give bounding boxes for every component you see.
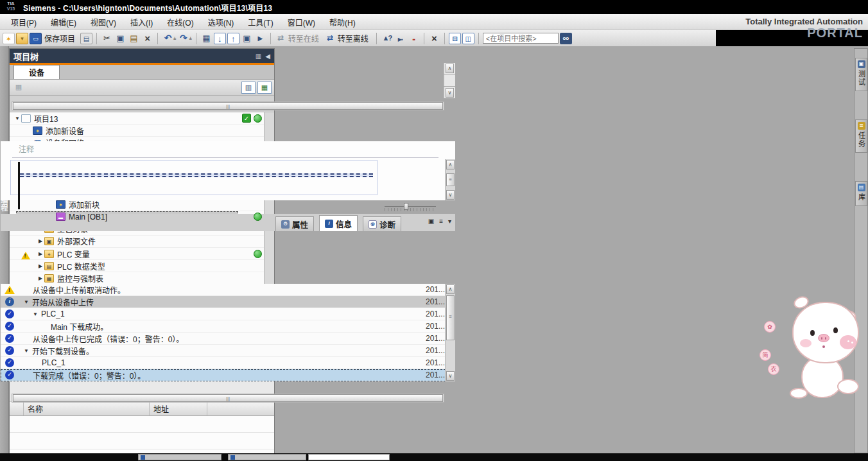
- tree-item-plc-data-types[interactable]: ▤ PLC 数据类型: [10, 260, 274, 272]
- scroll-down-icon[interactable]: ∨: [446, 190, 455, 200]
- message-row[interactable]: Main 下载成功。 201...: [1, 320, 455, 333]
- download-to-device-icon[interactable]: [214, 33, 226, 44]
- menu-options[interactable]: 选项(N): [201, 15, 241, 30]
- scroll-up-icon[interactable]: ∧: [446, 64, 454, 73]
- bottom-tab-devices[interactable]: [228, 454, 306, 460]
- tree-item-add-new-device[interactable]: 添加新设备: [10, 125, 274, 137]
- start-runtime-icon[interactable]: [254, 33, 266, 44]
- print-icon[interactable]: [80, 33, 92, 44]
- delete-icon[interactable]: [141, 33, 153, 44]
- stop-simulation-icon[interactable]: [408, 33, 420, 44]
- interface-horizontal-scrollbar[interactable]: ❮ ||| ❯: [1, 100, 455, 111]
- pet-badge-clothes[interactable]: 衣: [768, 363, 779, 375]
- upload-from-device-icon[interactable]: [227, 33, 239, 44]
- collapse-panel-icon[interactable]: ◀: [265, 53, 270, 60]
- sort-icon[interactable]: [12, 82, 25, 93]
- expand-icon[interactable]: [37, 263, 44, 269]
- tree-item-project[interactable]: 项目13: [10, 112, 274, 125]
- message-row[interactable]: 从设备中上传已完成（错误：0；警告：0）。 201...: [1, 333, 455, 345]
- network-comment-zone[interactable]: 注释: [1, 141, 455, 159]
- close-icon[interactable]: [428, 33, 440, 44]
- diagram-view-icon[interactable]: [257, 82, 272, 94]
- message-row[interactable]: 开始下载到设备。 201...: [1, 345, 455, 357]
- go-online-icon[interactable]: [275, 33, 287, 44]
- open-project-icon[interactable]: [16, 33, 28, 44]
- expand-icon[interactable]: [37, 275, 44, 281]
- canvas-vertical-scrollbar[interactable]: ∧ ≡ ∨: [445, 159, 455, 200]
- bottom-tab-overview[interactable]: [138, 454, 221, 460]
- split-vertical-icon[interactable]: [462, 33, 474, 44]
- save-project-button[interactable]: 保存项目: [44, 33, 75, 44]
- split-horizontal-icon[interactable]: [449, 33, 461, 44]
- message-row[interactable]: 从设备中上传前取消动作。 201...: [1, 284, 455, 296]
- float-icon[interactable]: ▣: [428, 218, 434, 225]
- scroll-down-icon[interactable]: ∨: [446, 371, 455, 381]
- expand-icon[interactable]: [24, 348, 29, 354]
- compile-icon[interactable]: [200, 33, 213, 44]
- scroll-up-icon[interactable]: ∧: [446, 160, 455, 170]
- cut-icon[interactable]: [101, 33, 113, 44]
- pet-badge-flower[interactable]: ✿: [764, 321, 776, 333]
- message-row[interactable]: 开始从设备中上传 201...: [1, 296, 455, 308]
- message-row[interactable]: PLC_1 201...: [1, 308, 455, 320]
- menu-help[interactable]: 帮助(H): [322, 15, 363, 30]
- zoom-slider[interactable]: [385, 203, 436, 212]
- collapse-icon[interactable]: ▾: [448, 218, 451, 225]
- status-ok-icon: [254, 213, 262, 221]
- message-vertical-scrollbar[interactable]: ∧ ≡ ∨: [445, 284, 455, 381]
- message-row[interactable]: PLC_1 201...: [1, 357, 455, 369]
- start-cpu-icon[interactable]: [241, 33, 253, 44]
- task-card-libraries[interactable]: ▤ 库: [855, 181, 867, 206]
- go-online-button[interactable]: 转至在线: [288, 33, 319, 44]
- selected-rung[interactable]: [20, 173, 373, 177]
- slider-thumb[interactable]: [404, 203, 408, 210]
- ladder-canvas[interactable]: ∧ ≡ ∨: [1, 159, 455, 200]
- tree-item-watch-force-tables[interactable]: ▦ 监控与强制表: [10, 272, 274, 284]
- undo-icon[interactable]: [162, 33, 174, 44]
- bottom-tab-active-editor[interactable]: [308, 454, 390, 460]
- redo-icon[interactable]: [177, 33, 189, 44]
- search-binoculars-icon[interactable]: [560, 33, 572, 44]
- tab-diagnostics[interactable]: 诊断: [363, 216, 401, 231]
- menu-edit[interactable]: 编辑(E): [44, 15, 83, 30]
- tab-devices[interactable]: 设备: [13, 65, 60, 79]
- expand-icon[interactable]: [24, 299, 29, 305]
- menu-view[interactable]: 视图(V): [83, 15, 123, 30]
- expand-icon[interactable]: [37, 251, 44, 257]
- message-row-selected[interactable]: 下载完成（错误：0；警告：0）。 201...: [1, 369, 455, 381]
- start-simulation-icon[interactable]: [394, 33, 406, 44]
- new-project-icon[interactable]: [3, 33, 15, 44]
- tree-item-external-sources[interactable]: ▣ 外部源文件: [10, 236, 274, 248]
- task-card-tasks[interactable]: ≣ 任务: [855, 119, 867, 153]
- go-offline-icon[interactable]: [324, 33, 336, 44]
- menu-window[interactable]: 窗口(W): [281, 15, 322, 30]
- menu-project[interactable]: 项目(P): [4, 15, 44, 30]
- scroll-down-icon[interactable]: ∨: [446, 88, 454, 98]
- save-project-icon[interactable]: [30, 33, 42, 44]
- desktop-pet-pig[interactable]: [788, 297, 868, 408]
- scroll-up-icon[interactable]: ∧: [446, 284, 455, 294]
- pet-badge-jian[interactable]: 简: [759, 349, 771, 361]
- expand-icon[interactable]: [33, 311, 38, 317]
- tab-properties[interactable]: 属性: [275, 216, 314, 231]
- copy-icon[interactable]: [114, 33, 126, 44]
- project-search-input[interactable]: [483, 33, 559, 44]
- panel-options-icon[interactable]: ▥: [256, 53, 261, 60]
- tree-item-add-new-block[interactable]: 添加新块: [10, 198, 274, 211]
- go-offline-button[interactable]: 转至离线: [338, 33, 369, 44]
- online-diagnostics-icon[interactable]: [381, 33, 393, 44]
- expand-icon[interactable]: [37, 238, 44, 244]
- add-device-icon: [33, 126, 42, 135]
- message-horizontal-scrollbar[interactable]: ❮ ||| ❯: [1, 393, 455, 403]
- menu-online[interactable]: 在线(O): [160, 15, 200, 30]
- warning-icon: [4, 286, 15, 294]
- menu-icon[interactable]: ≡: [439, 218, 443, 225]
- task-card-testing[interactable]: ▣ 测试: [855, 58, 867, 91]
- paste-icon[interactable]: [128, 33, 140, 44]
- tab-info[interactable]: 信息: [319, 215, 358, 231]
- expand-icon[interactable]: [13, 116, 21, 121]
- menu-insert[interactable]: 插入(I): [123, 15, 160, 30]
- details-view-toggle-icon[interactable]: [241, 82, 256, 94]
- menu-tools[interactable]: 工具(T): [241, 15, 280, 30]
- tree-item-plc-tags[interactable]: ⌖ PLC 变量: [10, 248, 274, 260]
